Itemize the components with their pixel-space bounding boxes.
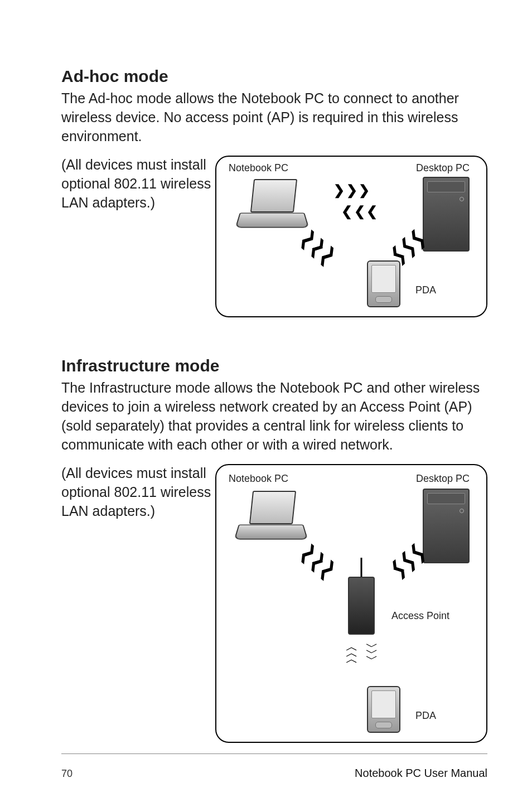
- label-pda2: PDA: [415, 710, 436, 722]
- label-ap: Access Point: [391, 610, 449, 622]
- infra-intro: The Infrastructure mode allows the Noteb…: [61, 379, 487, 454]
- infra-row: (All devices must install optional 802.1…: [61, 464, 487, 743]
- label-pda: PDA: [415, 284, 436, 296]
- adhoc-intro: The Ad-hoc mode allows the Notebook PC t…: [61, 89, 487, 146]
- label-desktop2: Desktop PC: [416, 473, 470, 485]
- adhoc-heading: Ad-hoc mode: [61, 67, 487, 86]
- chevron-up1-icon: ︿︿︿: [346, 644, 358, 662]
- notebook-pc-icon2: [232, 491, 316, 552]
- infra-side-text: (All devices must install optional 802.1…: [61, 464, 212, 520]
- wave-left-icon: ❮ ❮ ❮: [341, 208, 376, 215]
- page-number: 70: [61, 768, 72, 780]
- pda-icon: [367, 260, 400, 307]
- wave-diag1-icon: ❯ ❯ ❯❮ ❮ ❮: [300, 231, 336, 264]
- notebook-pc-icon: [233, 179, 317, 240]
- page: Ad-hoc mode The Ad-hoc mode allows the N…: [0, 0, 532, 802]
- wave-diag2-icon: ❮ ❮ ❮❯ ❯ ❯: [389, 231, 425, 264]
- wave-dt-ap-icon: ❮ ❮ ❮❯ ❯ ❯: [389, 545, 425, 578]
- desktop-pc-icon: [423, 177, 470, 252]
- wave-right-icon: ❯ ❯ ❯: [333, 187, 369, 194]
- desktop-pc-icon2: [423, 489, 470, 563]
- infra-heading: Infrastructure mode: [61, 356, 487, 375]
- infra-figure: Notebook PC Desktop PC Access Point PDA …: [215, 464, 487, 743]
- adhoc-side-text: (All devices must install optional 802.1…: [61, 156, 212, 212]
- manual-title: Notebook PC User Manual: [355, 767, 487, 780]
- adhoc-side: (All devices must install optional 802.1…: [61, 156, 212, 212]
- infra-side: (All devices must install optional 802.1…: [61, 464, 212, 520]
- wave-nb-ap-icon: ❯ ❯ ❯❮ ❮ ❮: [300, 545, 336, 578]
- pda-icon2: [367, 686, 400, 733]
- page-footer: 70 Notebook PC User Manual: [61, 753, 487, 780]
- access-point-icon: [348, 577, 375, 635]
- adhoc-row: (All devices must install optional 802.1…: [61, 156, 487, 317]
- adhoc-figure: Notebook PC Desktop PC PDA ❯ ❯ ❯ ❮ ❮ ❮ ❯…: [215, 156, 487, 317]
- label-notebook: Notebook PC: [229, 162, 288, 174]
- label-notebook2: Notebook PC: [229, 473, 288, 485]
- chevron-down1-icon: ﹀﹀﹀: [366, 644, 378, 662]
- content-area: Ad-hoc mode The Ad-hoc mode allows the N…: [61, 67, 487, 753]
- spacer: [61, 317, 487, 356]
- label-desktop: Desktop PC: [416, 162, 470, 174]
